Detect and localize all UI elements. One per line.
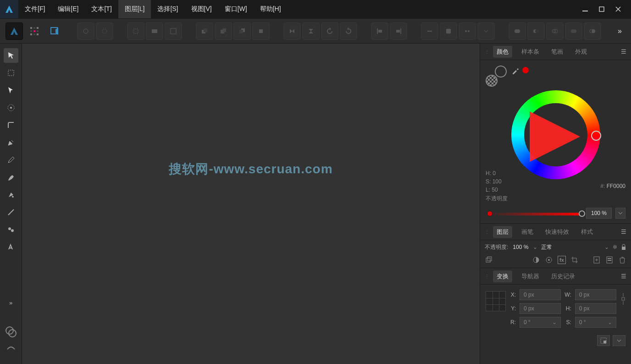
r-input[interactable]: 0 °⌄ [520,317,561,328]
toolbar-btn-b1[interactable] [127,22,144,40]
align-left-button[interactable] [371,22,388,40]
new-group-icon[interactable] [605,256,614,264]
toolbar-btn-a2[interactable] [96,22,113,40]
bool-add-button[interactable] [509,22,526,40]
chevron-down-icon[interactable]: ⌄ [533,244,537,250]
shape-tool[interactable] [4,222,18,237]
fill-stroke-swatches[interactable] [486,66,507,87]
menu-layer[interactable]: 图层[L] [118,0,151,18]
layer-panel-menu-icon[interactable]: ☰ [621,228,626,235]
chevron-down-icon[interactable]: ⌄ [604,244,609,250]
tab-stroke[interactable]: 笔画 [548,46,566,58]
panel-grip-icon[interactable]: ⋮ [485,229,489,234]
snap-button-2[interactable] [440,22,457,40]
gear-icon[interactable]: ✲ [613,244,617,250]
artboard-tool[interactable] [4,66,18,80]
hue-indicator[interactable] [591,131,601,141]
duplicate-layer-icon[interactable] [485,256,493,264]
tab-transform[interactable]: 变换 [493,270,512,282]
move-tool[interactable] [4,48,18,63]
color-panel-menu-icon[interactable]: ☰ [621,48,626,55]
layer-opacity-field[interactable]: 100 % [512,243,529,251]
menu-text[interactable]: 文本[T] [85,0,118,18]
tool-overflow-button[interactable]: » [4,295,18,310]
w-input[interactable]: 0 px [575,289,616,300]
bool-divide-button[interactable] [584,22,601,40]
eyedropper-icon[interactable] [511,66,520,75]
transparency-tool[interactable] [4,205,18,220]
tab-swatches[interactable]: 样本条 [519,46,542,58]
point-transform-tool[interactable] [4,100,18,115]
x-input[interactable]: 0 px [520,289,561,300]
persona-pixel-button[interactable] [26,22,43,40]
crop-icon[interactable] [570,256,579,264]
menu-window[interactable]: 窗口[W] [218,0,254,18]
dropdown-button[interactable] [613,335,625,346]
minimize-button[interactable] [577,0,593,18]
flip-h-button[interactable] [283,22,301,40]
tab-appearance[interactable]: 外观 [572,46,590,58]
trash-icon[interactable] [618,256,626,264]
pen-tool[interactable] [4,135,18,150]
menu-edit[interactable]: 编辑[E] [51,0,85,18]
tab-history[interactable]: 历史记录 [548,270,578,282]
toolbar-btn-b3[interactable] [165,22,182,40]
color-sample-dot[interactable] [522,67,529,73]
close-button[interactable] [610,0,626,18]
corner-tool[interactable] [4,118,18,132]
vector-brush-tool[interactable] [4,170,18,185]
h-input[interactable]: 0 px [575,303,616,314]
new-layer-icon[interactable] [592,256,601,264]
link-wh-icon[interactable] [621,292,625,306]
text-tool[interactable] [4,240,18,254]
tab-brushes[interactable]: 画笔 [519,226,536,238]
opacity-dropdown[interactable] [615,208,625,219]
tab-color[interactable]: 颜色 [493,46,512,58]
mask-icon[interactable] [532,256,540,264]
pencil-tool[interactable] [4,153,18,167]
tab-navigator[interactable]: 导航器 [519,270,542,282]
anchor-widget[interactable] [486,291,506,311]
tab-styles[interactable]: 样式 [578,226,596,238]
flip-v-button[interactable] [302,22,320,40]
panel-grip-icon[interactable]: ⋮ [485,274,489,279]
rotate-ccw-button[interactable] [321,22,338,40]
panel-grip-icon[interactable]: ⋮ [485,49,489,54]
node-tool[interactable] [4,83,18,98]
bool-xor-button[interactable] [565,22,582,40]
menu-select[interactable]: 选择[S] [151,0,184,18]
s-input[interactable]: 0 °⌄ [575,317,616,328]
arrange-back-button[interactable] [196,22,213,40]
toolbar-overflow-button[interactable]: » [614,27,625,35]
arrange-backward-button[interactable] [215,22,232,40]
adjustment-icon[interactable] [545,256,553,264]
menu-file[interactable]: 文件[F] [18,0,51,18]
opacity-value-field[interactable]: 100 % [586,208,612,219]
menu-help[interactable]: 帮助[H] [254,0,288,18]
color-wheel[interactable] [511,90,600,179]
opacity-slider[interactable] [488,213,582,215]
snap-dropdown[interactable] [477,22,495,40]
align-right-button[interactable] [390,22,407,40]
align-button[interactable] [597,335,610,346]
blend-mode-select[interactable]: 正常 [541,243,601,251]
maximize-button[interactable] [593,0,610,18]
toolbar-btn-b2[interactable] [146,22,163,40]
bool-subtract-button[interactable] [527,22,545,40]
tab-effects[interactable]: 快速特效 [542,226,572,238]
persona-designer-button[interactable] [6,22,23,40]
color-selector-icon[interactable] [4,325,18,339]
persona-export-button[interactable] [46,22,63,40]
snap-button-1[interactable] [421,22,438,40]
lock-icon[interactable] [621,244,626,250]
arrange-front-button[interactable] [252,22,270,40]
menu-view[interactable]: 视图[V] [185,0,218,18]
toolbar-btn-a1[interactable] [77,22,94,40]
swap-colors-icon[interactable] [4,342,18,357]
arrange-forward-button[interactable] [233,22,251,40]
rotate-cw-button[interactable] [340,22,357,40]
fx-icon[interactable]: fx [558,256,566,264]
snap-button-3[interactable] [459,22,476,40]
fill-tool[interactable] [4,188,18,202]
canvas[interactable]: 搜软网-www.secruan.com [22,44,480,364]
